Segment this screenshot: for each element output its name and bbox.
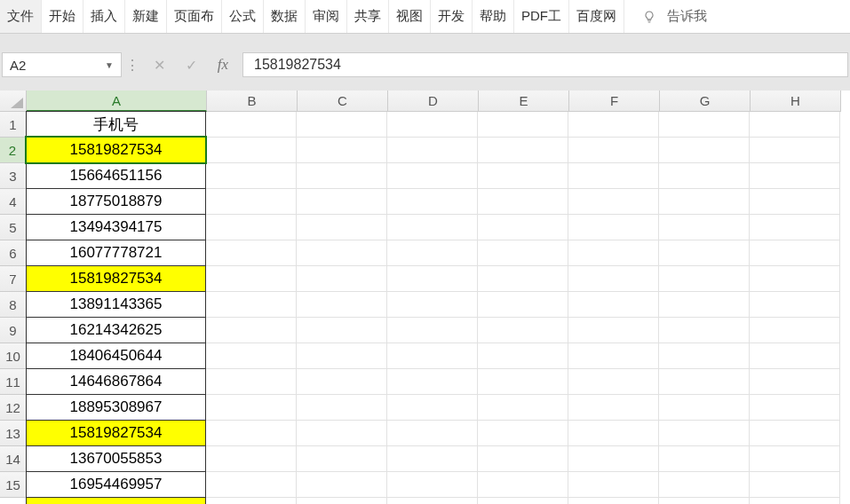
cell[interactable] (659, 215, 750, 240)
cell[interactable] (297, 369, 387, 395)
ribbon-tab[interactable]: 审阅 (306, 0, 347, 33)
row-header[interactable]: 8 (0, 292, 27, 318)
cell[interactable] (387, 163, 478, 189)
cell[interactable] (478, 163, 568, 189)
cell[interactable] (568, 215, 659, 240)
cell[interactable]: 15664651156 (26, 162, 206, 189)
cell[interactable] (750, 240, 840, 266)
row-header[interactable]: 3 (0, 163, 27, 189)
cell[interactable] (297, 472, 387, 498)
cell[interactable] (297, 189, 387, 215)
ribbon-tab[interactable]: 插入 (83, 0, 125, 33)
cell[interactable] (750, 292, 840, 318)
cell[interactable] (206, 112, 297, 138)
cell[interactable]: 16954469957 (26, 471, 206, 498)
cell[interactable] (659, 446, 750, 472)
cell[interactable] (297, 318, 387, 343)
cell[interactable] (387, 421, 478, 446)
cell[interactable] (478, 266, 568, 292)
cell[interactable]: 18895308967 (26, 394, 206, 421)
cell[interactable] (206, 163, 297, 189)
cell[interactable] (297, 343, 387, 369)
cell[interactable] (568, 189, 659, 215)
name-box[interactable]: A2 ▼ (2, 52, 122, 77)
cell[interactable] (659, 318, 750, 343)
row-header[interactable]: 5 (0, 215, 27, 240)
cell[interactable] (478, 138, 568, 163)
row-header[interactable]: 1 (0, 112, 27, 138)
cell[interactable] (659, 163, 750, 189)
cell[interactable] (297, 421, 387, 446)
ribbon-tab[interactable]: 数据 (264, 0, 306, 33)
row-header[interactable]: 11 (0, 369, 27, 395)
cell[interactable] (206, 498, 297, 504)
ribbon-tab[interactable]: 公式 (222, 0, 264, 33)
cell[interactable]: 13494394175 (26, 214, 206, 240)
cell[interactable]: 14646867864 (26, 368, 206, 395)
cell[interactable] (478, 446, 568, 472)
fx-button[interactable]: fx (207, 52, 239, 77)
cell[interactable] (568, 138, 659, 163)
row-header[interactable]: 6 (0, 240, 27, 266)
cell[interactable] (478, 318, 568, 343)
cell[interactable] (750, 472, 840, 498)
cancel-button[interactable]: ✕ (143, 52, 175, 77)
column-header[interactable]: E (479, 91, 569, 112)
row-header[interactable]: 10 (0, 343, 27, 369)
cell[interactable] (750, 189, 840, 215)
tell-me[interactable]: 告诉我 (642, 8, 707, 25)
row-header[interactable]: 2 (0, 138, 27, 163)
ribbon-tab[interactable]: 页面布 (167, 0, 222, 33)
cell[interactable] (297, 292, 387, 318)
cell[interactable] (387, 318, 478, 343)
cell[interactable] (387, 395, 478, 421)
cell[interactable]: 15819827534 (26, 137, 206, 163)
cell[interactable] (387, 472, 478, 498)
cell[interactable] (750, 343, 840, 369)
cell[interactable] (297, 395, 387, 421)
cell[interactable] (297, 215, 387, 240)
cell[interactable] (568, 472, 659, 498)
cell[interactable] (659, 189, 750, 215)
cell[interactable] (568, 369, 659, 395)
ribbon-tab[interactable]: 开始 (42, 0, 83, 33)
ribbon-tab[interactable]: 共享 (347, 0, 389, 33)
cell[interactable] (297, 112, 387, 138)
select-all-corner[interactable] (0, 91, 27, 112)
cell[interactable] (659, 240, 750, 266)
cell[interactable]: 15819827534 (26, 265, 206, 292)
ribbon-tab[interactable]: PDF工 (514, 0, 569, 33)
cell[interactable] (568, 498, 659, 504)
cell[interactable] (568, 112, 659, 138)
cell[interactable] (297, 266, 387, 292)
cell[interactable] (659, 369, 750, 395)
cell[interactable] (659, 343, 750, 369)
cell[interactable] (478, 369, 568, 395)
cell[interactable] (206, 446, 297, 472)
cell[interactable] (750, 421, 840, 446)
cell[interactable]: 15819827534 (26, 420, 206, 446)
cell[interactable] (750, 446, 840, 472)
cell[interactable] (750, 498, 840, 504)
row-header[interactable]: 15 (0, 472, 27, 498)
column-header[interactable]: D (388, 91, 479, 112)
ribbon-tab[interactable]: 文件 (0, 0, 42, 33)
cell[interactable] (568, 421, 659, 446)
cell[interactable] (26, 497, 206, 504)
cell[interactable] (297, 446, 387, 472)
cell[interactable] (206, 240, 297, 266)
ribbon-tab[interactable]: 开发 (431, 0, 473, 33)
ribbon-tab[interactable]: 百度网 (569, 0, 624, 33)
column-header[interactable]: B (207, 91, 298, 112)
column-header[interactable]: H (751, 91, 841, 112)
cell[interactable] (387, 240, 478, 266)
cell[interactable] (750, 369, 840, 395)
cell[interactable] (387, 138, 478, 163)
row-header[interactable]: 9 (0, 318, 27, 343)
cell[interactable] (387, 215, 478, 240)
cell[interactable] (387, 343, 478, 369)
cell[interactable] (478, 189, 568, 215)
cell[interactable] (568, 446, 659, 472)
cell[interactable] (659, 498, 750, 504)
cell[interactable] (387, 498, 478, 504)
